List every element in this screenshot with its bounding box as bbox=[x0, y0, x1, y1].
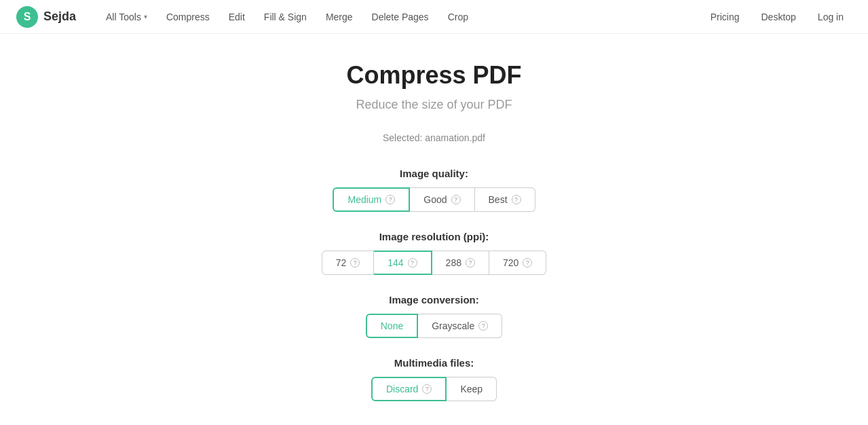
image-conversion-options: None Grayscale ? bbox=[366, 314, 503, 338]
help-icon: ? bbox=[523, 258, 532, 267]
multimedia-keep-btn[interactable]: Keep bbox=[447, 377, 497, 401]
main-content: Compress PDF Reduce the size of your PDF… bbox=[0, 34, 868, 425]
multimedia-files-row: Multimedia files: Discard ? Keep bbox=[371, 357, 497, 401]
help-icon: ? bbox=[350, 258, 360, 267]
help-icon: ? bbox=[451, 195, 461, 204]
help-icon: ? bbox=[408, 258, 417, 267]
help-icon: ? bbox=[422, 384, 432, 394]
nav-login[interactable]: Log in bbox=[810, 7, 852, 26]
help-icon: ? bbox=[466, 258, 475, 267]
nav-delete-pages[interactable]: Delete Pages bbox=[364, 7, 437, 26]
selected-file: Selected: anamation.pdf bbox=[383, 132, 485, 143]
logo-icon: S bbox=[16, 6, 38, 28]
resolution-288-btn[interactable]: 288 ? bbox=[432, 251, 489, 275]
image-conversion-row: Image conversion: None Grayscale ? bbox=[366, 294, 503, 338]
navbar: S Sejda All Tools ▾ Compress Edit Fill &… bbox=[0, 0, 868, 34]
quality-good-btn[interactable]: Good ? bbox=[410, 187, 474, 212]
logo-link[interactable]: S Sejda bbox=[16, 6, 76, 28]
conversion-none-btn[interactable]: None bbox=[366, 314, 418, 338]
image-resolution-label: Image resolution (ppi): bbox=[379, 231, 489, 242]
image-conversion-label: Image conversion: bbox=[389, 294, 479, 306]
resolution-720-btn[interactable]: 720 ? bbox=[489, 251, 546, 275]
nav-fill-sign[interactable]: Fill & Sign bbox=[256, 7, 315, 26]
nav-crop[interactable]: Crop bbox=[440, 7, 476, 26]
resolution-72-btn[interactable]: 72 ? bbox=[322, 251, 375, 275]
quality-best-btn[interactable]: Best ? bbox=[475, 187, 535, 212]
resolution-144-btn[interactable]: 144 ? bbox=[374, 251, 432, 275]
nav-main-links: All Tools ▾ Compress Edit Fill & Sign Me… bbox=[98, 7, 702, 26]
quality-medium-btn[interactable]: Medium ? bbox=[333, 187, 410, 212]
image-quality-label: Image quality: bbox=[400, 168, 468, 179]
help-icon: ? bbox=[478, 321, 488, 331]
image-resolution-options: 72 ? 144 ? 288 ? 720 ? bbox=[322, 251, 547, 275]
nav-compress[interactable]: Compress bbox=[158, 7, 218, 26]
multimedia-files-label: Multimedia files: bbox=[394, 357, 474, 369]
image-quality-row: Image quality: Medium ? Good ? Best ? bbox=[333, 168, 535, 212]
nav-pricing[interactable]: Pricing bbox=[702, 7, 748, 26]
nav-merge[interactable]: Merge bbox=[318, 7, 361, 26]
settings-panel: Image quality: Medium ? Good ? Best ? Im… bbox=[231, 168, 638, 401]
logo-text: Sejda bbox=[43, 10, 76, 24]
multimedia-files-options: Discard ? Keep bbox=[371, 377, 497, 401]
nav-all-tools[interactable]: All Tools ▾ bbox=[98, 7, 155, 26]
chevron-down-icon: ▾ bbox=[144, 13, 147, 20]
image-resolution-row: Image resolution (ppi): 72 ? 144 ? 288 ?… bbox=[322, 231, 547, 275]
nav-desktop[interactable]: Desktop bbox=[753, 7, 804, 26]
help-icon: ? bbox=[385, 195, 395, 204]
nav-edit[interactable]: Edit bbox=[221, 7, 253, 26]
conversion-grayscale-btn[interactable]: Grayscale ? bbox=[418, 314, 502, 338]
help-icon: ? bbox=[512, 195, 521, 204]
image-quality-options: Medium ? Good ? Best ? bbox=[333, 187, 535, 212]
multimedia-discard-btn[interactable]: Discard ? bbox=[371, 377, 447, 401]
page-title: Compress PDF bbox=[346, 61, 521, 90]
page-subtitle: Reduce the size of your PDF bbox=[356, 98, 512, 112]
nav-right: Pricing Desktop Log in bbox=[702, 7, 852, 26]
